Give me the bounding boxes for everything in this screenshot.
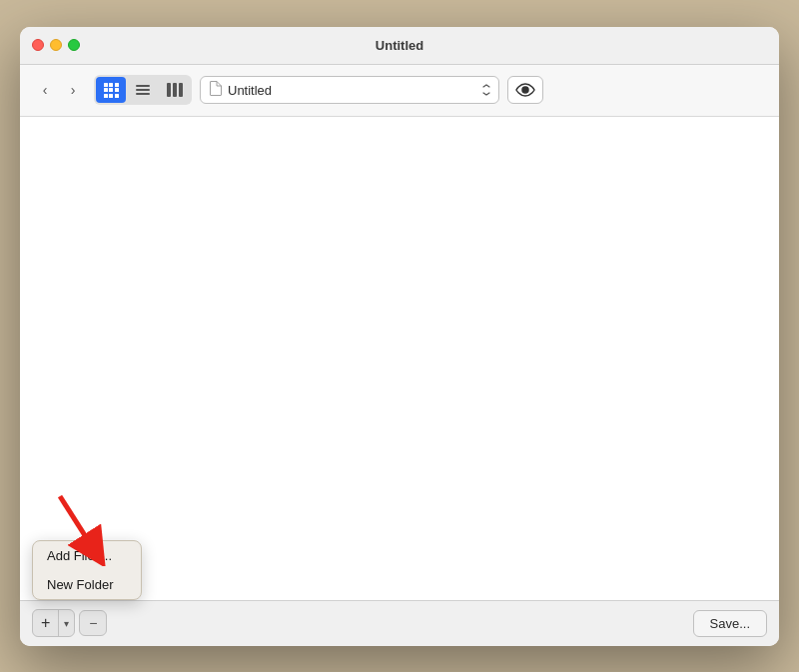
back-button[interactable]: ‹	[32, 77, 58, 103]
add-dropdown-button[interactable]: ▾	[58, 610, 74, 636]
maximize-button[interactable]	[68, 39, 80, 51]
minus-icon: −	[89, 615, 97, 631]
location-text: Untitled	[228, 83, 480, 98]
bottom-bar: + ▾ − Save... Add Files... New Folder	[20, 600, 779, 646]
grid-view-button[interactable]	[96, 77, 126, 103]
minimize-button[interactable]	[50, 39, 62, 51]
title-bar: Untitled	[20, 27, 779, 65]
eye-button[interactable]	[507, 76, 543, 104]
location-bar[interactable]: Untitled	[200, 76, 499, 104]
toolbar: ‹ ›	[20, 65, 779, 117]
remove-button[interactable]: −	[79, 610, 107, 636]
bottom-left-controls: + ▾ −	[32, 609, 107, 637]
list-view-button[interactable]	[128, 77, 158, 103]
grid-icon	[104, 83, 119, 98]
traffic-lights	[32, 39, 80, 51]
window-title: Untitled	[376, 38, 423, 53]
finder-window: Untitled ‹ ›	[20, 27, 779, 646]
svg-point-0	[522, 87, 528, 93]
list-icon	[136, 85, 150, 95]
location-chevron-icon	[480, 83, 490, 97]
columns-icon	[167, 83, 183, 97]
add-files-item[interactable]: Add Files...	[33, 541, 141, 570]
column-view-button[interactable]	[160, 77, 190, 103]
add-dropdown-popup: Add Files... New Folder	[32, 540, 142, 600]
add-button-group: + ▾	[32, 609, 75, 637]
close-button[interactable]	[32, 39, 44, 51]
document-icon	[209, 81, 222, 99]
save-button[interactable]: Save...	[693, 610, 767, 637]
eye-icon	[515, 83, 535, 97]
new-folder-item[interactable]: New Folder	[33, 570, 141, 599]
forward-button[interactable]: ›	[60, 77, 86, 103]
view-buttons	[94, 75, 192, 105]
content-area	[20, 117, 779, 600]
nav-buttons: ‹ ›	[32, 77, 86, 103]
add-button[interactable]: +	[33, 610, 58, 636]
